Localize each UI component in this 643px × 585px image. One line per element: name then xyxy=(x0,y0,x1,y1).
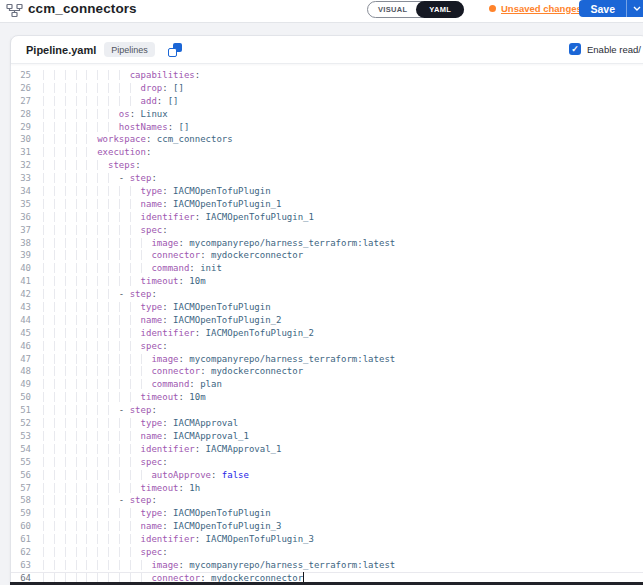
code-line-text: timeout: 10m xyxy=(43,275,206,288)
line-number: 40 xyxy=(11,262,31,275)
line-number: 37 xyxy=(11,224,31,237)
code-line[interactable]: 61 identifier: IACMOpenTofuPlugin_3 xyxy=(11,533,643,546)
code-line-text: image: mycompanyrepo/harness_terraform:l… xyxy=(43,559,395,572)
code-line[interactable]: 44 name: IACMOpenTofuPlugin_2 xyxy=(11,314,643,327)
code-line[interactable]: 28 os: Linux xyxy=(11,108,643,121)
unsaved-changes-link[interactable]: Unsaved changes xyxy=(501,3,582,14)
code-line[interactable]: 42 - step: xyxy=(11,288,643,301)
visual-toggle-button[interactable]: VISUAL xyxy=(368,5,417,14)
code-line[interactable]: 45 identifier: IACMOpenTofuPlugin_2 xyxy=(11,327,643,340)
line-number: 29 xyxy=(11,121,31,134)
code-line-text: image: mycompanyrepo/harness_terraform:l… xyxy=(43,237,395,250)
code-line[interactable]: 60 name: IACMOpenTofuPlugin_3 xyxy=(11,520,643,533)
line-number: 27 xyxy=(11,95,31,108)
indent-guides xyxy=(43,276,141,286)
code-line[interactable]: 33 - step: xyxy=(11,172,643,185)
code-line[interactable]: 55 spec: xyxy=(11,456,643,469)
line-number: 38 xyxy=(11,237,31,250)
save-button[interactable]: Save xyxy=(579,3,626,15)
code-line[interactable]: 59 type: IACMOpenTofuPlugin xyxy=(11,507,643,520)
code-line[interactable]: 49 command: plan xyxy=(11,378,643,391)
code-line[interactable]: 26 drop: [] xyxy=(11,82,643,95)
code-line[interactable]: 50 timeout: 10m xyxy=(11,391,643,404)
line-number: 36 xyxy=(11,211,31,224)
line-number: 34 xyxy=(11,185,31,198)
copy-yaml-icon[interactable] xyxy=(168,43,182,57)
code-line[interactable]: 32 steps: xyxy=(11,159,643,172)
code-line-text: - step: xyxy=(43,172,157,185)
code-line-text: os: Linux xyxy=(43,108,168,121)
indent-guides xyxy=(43,212,141,222)
code-line[interactable]: 54 identifier: IACMApproval_1 xyxy=(11,443,643,456)
yaml-toggle-button[interactable]: YAML xyxy=(416,1,464,18)
code-line[interactable]: 29 hostNames: [] xyxy=(11,121,643,134)
code-line-text: connector: mydockerconnector xyxy=(43,249,303,262)
code-line-text: connector: mydockerconnector xyxy=(43,365,303,378)
code-line[interactable]: 31 execution: xyxy=(11,146,643,159)
indent-guides xyxy=(43,225,141,235)
code-line[interactable]: 40 command: init xyxy=(11,262,643,275)
unsaved-changes[interactable]: Unsaved changes xyxy=(489,3,582,14)
code-line[interactable]: 47 image: mycompanyrepo/harness_terrafor… xyxy=(11,353,643,366)
code-line[interactable]: 30 workspace: ccm_connectors xyxy=(11,133,643,146)
editor-tabbar: Pipeline.yaml Pipelines ✓ Enable read/ xyxy=(11,36,643,64)
indent-guides xyxy=(43,547,141,557)
code-line[interactable]: 48 connector: mydockerconnector xyxy=(11,365,643,378)
code-line-text: hostNames: [] xyxy=(43,121,189,134)
code-line[interactable]: 51 - step: xyxy=(11,404,643,417)
line-number: 63 xyxy=(11,559,31,572)
code-line[interactable]: 62 spec: xyxy=(11,546,643,559)
code-line-text: - step: xyxy=(43,404,157,417)
save-dropdown-button[interactable] xyxy=(627,6,643,11)
code-line-text: name: IACMApproval_1 xyxy=(43,430,249,443)
code-area[interactable]: 25 capabilities:26 drop: []27 add: []28 … xyxy=(11,64,643,585)
line-number: 59 xyxy=(11,507,31,520)
code-line[interactable]: 53 name: IACMApproval_1 xyxy=(11,430,643,443)
indent-guides xyxy=(43,366,151,376)
indent-guides xyxy=(43,495,119,505)
indent-guides xyxy=(43,134,97,144)
code-line[interactable]: 58 - step: xyxy=(11,494,643,507)
code-line[interactable]: 36 identifier: IACMOpenTofuPlugin_1 xyxy=(11,211,643,224)
code-line[interactable]: 43 type: IACMOpenTofuPlugin xyxy=(11,301,643,314)
indent-guides xyxy=(43,418,141,428)
indent-guides xyxy=(43,250,151,260)
code-line[interactable]: 27 add: [] xyxy=(11,95,643,108)
code-line[interactable]: 35 name: IACMOpenTofuPlugin_1 xyxy=(11,198,643,211)
code-line-text: spec: xyxy=(43,340,168,353)
line-number: 61 xyxy=(11,533,31,546)
code-line[interactable]: 63 image: mycompanyrepo/harness_terrafor… xyxy=(11,559,643,572)
indent-guides xyxy=(43,122,119,132)
code-line[interactable]: 39 connector: mydockerconnector xyxy=(11,249,643,262)
indent-guides xyxy=(43,147,97,157)
line-number: 53 xyxy=(11,430,31,443)
code-line-text: timeout: 1h xyxy=(43,482,200,495)
code-line[interactable]: 38 image: mycompanyrepo/harness_terrafor… xyxy=(11,237,643,250)
code-line-text: workspace: ccm_connectors xyxy=(43,133,233,146)
line-number: 32 xyxy=(11,159,31,172)
code-line[interactable]: 41 timeout: 10m xyxy=(11,275,643,288)
line-number: 44 xyxy=(11,314,31,327)
code-line-text: type: IACMOpenTofuPlugin xyxy=(43,507,271,520)
pipelines-badge: Pipelines xyxy=(104,42,155,57)
code-line[interactable]: 25 capabilities: xyxy=(11,69,643,82)
code-line[interactable]: 37 spec: xyxy=(11,224,643,237)
line-number: 43 xyxy=(11,301,31,314)
indent-guides xyxy=(43,302,141,312)
code-line[interactable]: 57 timeout: 1h xyxy=(11,482,643,495)
code-line-text: identifier: IACMOpenTofuPlugin_2 xyxy=(43,327,314,340)
code-line[interactable]: 46 spec: xyxy=(11,340,643,353)
line-number: 56 xyxy=(11,469,31,482)
line-number: 47 xyxy=(11,353,31,366)
indent-guides xyxy=(43,289,119,299)
code-line[interactable]: 52 type: IACMApproval xyxy=(11,417,643,430)
enable-read-checkbox[interactable]: ✓ xyxy=(569,43,581,55)
indent-guides xyxy=(43,83,141,93)
indent-guides xyxy=(43,328,141,338)
enable-read-label: Enable read/ xyxy=(587,44,641,55)
line-number: 46 xyxy=(11,340,31,353)
code-line[interactable]: 34 type: IACMOpenTofuPlugin xyxy=(11,185,643,198)
code-line-text: autoApprove: false xyxy=(43,469,249,482)
page-title: ccm_connectors xyxy=(28,1,137,16)
code-line[interactable]: 56 autoApprove: false xyxy=(11,469,643,482)
